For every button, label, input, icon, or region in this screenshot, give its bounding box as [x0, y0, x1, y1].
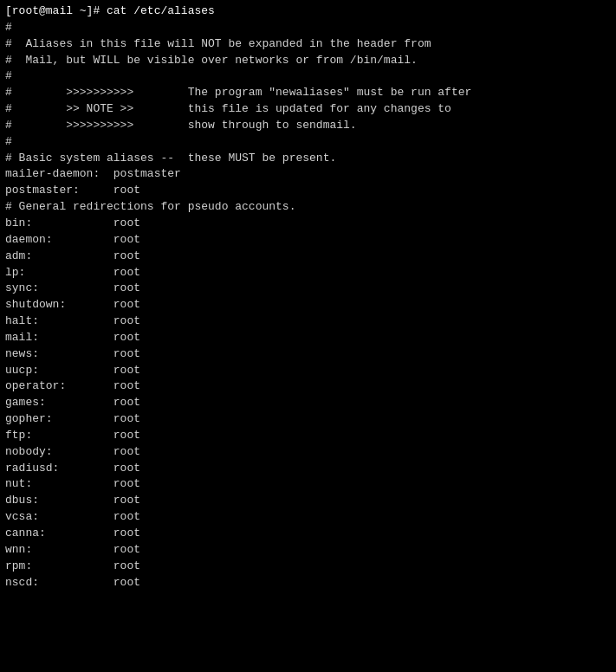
terminal-line-38: nscd: root	[5, 575, 611, 591]
terminal-line-29: ftp: root	[5, 428, 611, 444]
terminal-line-22: halt: root	[5, 313, 611, 330]
terminal-line-32: nut: root	[5, 476, 611, 493]
terminal-line-20: sync: root	[5, 281, 611, 297]
terminal-line-18: adm: root	[5, 249, 611, 265]
terminal-line-27: games: root	[5, 395, 611, 411]
terminal-line-19: lp: root	[5, 265, 611, 281]
terminal-line-2: #	[5, 20, 611, 36]
terminal-line-16: bin: root	[5, 216, 611, 232]
terminal-line-28: gopher: root	[5, 411, 611, 428]
terminal-line-12: mailer-daemon: postmaster	[5, 166, 611, 183]
terminal-line-34: vcsa: root	[5, 509, 611, 526]
terminal-line-23: mail: root	[5, 330, 611, 346]
terminal-line-6: # >>>>>>>>>> The program "newaliases" mu…	[5, 85, 611, 101]
terminal-line-30: nobody: root	[5, 444, 611, 461]
terminal-line-21: shutdown: root	[5, 297, 611, 313]
terminal-line-15: # General redirections for pseudo accoun…	[5, 199, 611, 216]
terminal-line-1: [root@mail ~]# cat /etc/aliases	[5, 3, 611, 20]
terminal-line-26: operator: root	[5, 378, 611, 395]
terminal-line-31: radiusd: root	[5, 461, 611, 477]
terminal-line-13: postmaster: root	[5, 183, 611, 199]
terminal-line-33: dbus: root	[5, 493, 611, 509]
terminal-line-8: # >>>>>>>>>> show through to sendmail.	[5, 118, 611, 134]
terminal-line-3: # Aliases in this file will NOT be expan…	[5, 36, 611, 53]
terminal-line-9: #	[5, 134, 611, 151]
terminal-line-35: canna: root	[5, 526, 611, 542]
terminal-line-11: # Basic system aliases -- these MUST be …	[5, 151, 611, 167]
terminal-line-25: uucp: root	[5, 363, 611, 379]
terminal-line-5: #	[5, 68, 611, 85]
terminal-window: [root@mail ~]# cat /etc/aliases## Aliase…	[0, 0, 616, 672]
terminal-line-36: wnn: root	[5, 542, 611, 559]
terminal-line-7: # >> NOTE >> this file is updated for an…	[5, 101, 611, 118]
terminal-line-24: news: root	[5, 346, 611, 363]
terminal-line-17: daemon: root	[5, 232, 611, 249]
terminal-line-37: rpm: root	[5, 559, 611, 575]
terminal-line-4: # Mail, but WILL be visible over network…	[5, 53, 611, 69]
terminal-content: [root@mail ~]# cat /etc/aliases## Aliase…	[5, 3, 611, 591]
